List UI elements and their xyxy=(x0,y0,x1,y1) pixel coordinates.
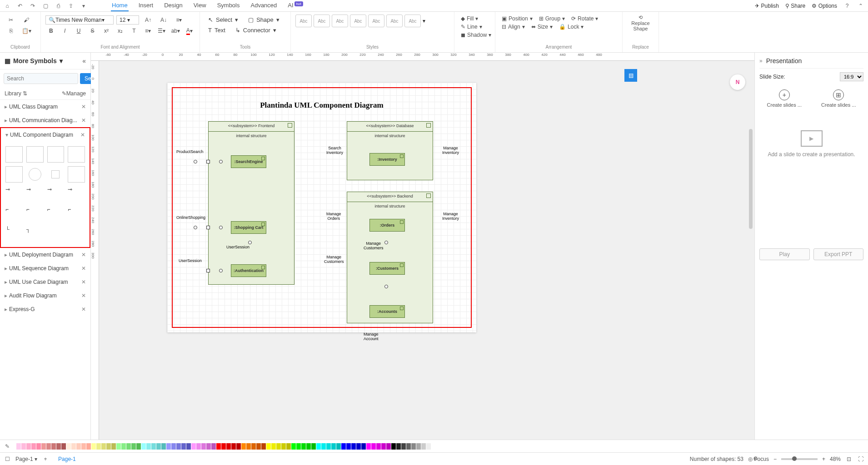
add-page-icon[interactable]: + xyxy=(42,455,49,463)
shape-thumb[interactable]: ⌐ xyxy=(26,206,44,223)
color-swatch[interactable] xyxy=(46,443,51,450)
component-cart[interactable]: :Shopping Cart xyxy=(231,221,266,234)
style-preset[interactable]: Abc xyxy=(295,15,312,27)
superscript-icon[interactable]: x² xyxy=(101,25,112,36)
color-swatch[interactable] xyxy=(131,443,136,450)
color-swatch[interactable] xyxy=(211,443,216,450)
export-ppt-button[interactable]: Export PPT xyxy=(813,248,864,260)
color-swatch[interactable] xyxy=(91,443,96,450)
zoom-level[interactable]: 48% xyxy=(830,456,841,462)
color-swatch[interactable] xyxy=(396,443,401,450)
undo-icon[interactable]: ↶ xyxy=(16,2,24,10)
subsystem-backend[interactable]: <<subsystem>> Backend internal structure xyxy=(347,192,433,323)
ai-assistant-icon[interactable]: N xyxy=(730,74,745,90)
help-icon[interactable]: ? xyxy=(843,2,851,10)
color-swatch[interactable] xyxy=(251,443,256,450)
bold-icon[interactable]: B xyxy=(45,25,56,36)
color-swatch[interactable] xyxy=(411,443,416,450)
color-swatch[interactable] xyxy=(241,443,246,450)
position-button[interactable]: ▣ Position▾ xyxy=(500,15,534,23)
color-swatch[interactable] xyxy=(186,443,191,450)
canvas-page[interactable]: Plantinda UML Component Diagram <<subsys… xyxy=(167,83,476,332)
more-icon[interactable]: ▾ xyxy=(80,2,87,10)
shape-thumb[interactable] xyxy=(29,168,41,181)
lib-audit-flow[interactable]: ▸Audit Flow Diagram✕ xyxy=(0,289,90,302)
color-swatch[interactable] xyxy=(181,443,186,450)
color-swatch[interactable] xyxy=(96,443,101,450)
shape-thumb[interactable] xyxy=(68,146,85,163)
component-accounts[interactable]: :Accounts xyxy=(369,305,405,318)
subscript-icon[interactable]: x₂ xyxy=(115,25,125,36)
color-swatch[interactable] xyxy=(221,443,226,450)
color-swatch[interactable] xyxy=(151,443,156,450)
tab-design[interactable]: Design xyxy=(163,0,183,11)
color-swatch[interactable] xyxy=(256,443,261,450)
color-swatch[interactable] xyxy=(21,443,26,450)
shape-thumb[interactable]: ⌐ xyxy=(47,206,65,223)
create-slides-1[interactable]: +Create slides ... xyxy=(759,89,809,108)
color-swatch[interactable] xyxy=(331,443,336,450)
component-orders[interactable]: :Orders xyxy=(369,219,405,232)
color-swatch[interactable] xyxy=(56,443,61,450)
style-preset[interactable]: Abc xyxy=(368,15,384,27)
redo-icon[interactable]: ↷ xyxy=(29,2,36,10)
color-swatch[interactable] xyxy=(306,443,311,450)
color-swatch[interactable] xyxy=(81,443,86,450)
color-swatch[interactable] xyxy=(286,443,291,450)
fill-button[interactable]: ◆ Fill▾ xyxy=(459,15,490,23)
home-icon[interactable]: ⌂ xyxy=(4,2,11,10)
color-swatch[interactable] xyxy=(116,443,121,450)
style-preset[interactable]: Abc xyxy=(332,15,348,27)
create-slides-2[interactable]: ⊞Create slides ... xyxy=(814,89,864,108)
color-swatch[interactable] xyxy=(71,443,76,450)
scrollbar-thumb[interactable] xyxy=(749,129,753,229)
search-input[interactable] xyxy=(4,73,78,84)
color-palette[interactable]: ✎ ⚙ xyxy=(0,440,868,452)
replace-shape-button[interactable]: ⟲Replace Shape xyxy=(627,15,654,31)
subsystem-database[interactable]: <<subsystem>> Database internal structur… xyxy=(347,121,433,180)
color-swatch[interactable] xyxy=(66,443,71,450)
fullscreen-icon[interactable]: ⛶ xyxy=(857,455,864,463)
component-auth[interactable]: :Authentication xyxy=(231,264,266,277)
color-swatch[interactable] xyxy=(191,443,196,450)
manage-button[interactable]: ✎Manage xyxy=(62,90,86,97)
color-swatch[interactable] xyxy=(246,443,251,450)
color-swatch[interactable] xyxy=(231,443,236,450)
tab-insert[interactable]: Insert xyxy=(138,0,155,11)
shape-thumb[interactable] xyxy=(26,146,44,163)
font-color-icon[interactable]: A▾ xyxy=(184,25,195,36)
share-button[interactable]: ⚲ Share xyxy=(785,3,805,9)
color-swatch[interactable] xyxy=(11,443,16,450)
direction-icon[interactable]: ab▾ xyxy=(170,25,181,36)
color-swatch[interactable] xyxy=(31,443,36,450)
color-swatch[interactable] xyxy=(26,443,31,450)
color-swatch[interactable] xyxy=(261,443,266,450)
shape-thumb[interactable] xyxy=(68,166,85,183)
tab-view[interactable]: View xyxy=(193,0,207,11)
shape-thumb[interactable]: ⊸ xyxy=(26,186,44,203)
color-swatch[interactable] xyxy=(366,443,371,450)
print-icon[interactable]: ⎙ xyxy=(55,2,62,10)
font-family-select[interactable]: 🔍 Times New Roman ▾ xyxy=(45,15,114,25)
color-swatch[interactable] xyxy=(171,443,176,450)
export-icon[interactable]: ⇪ xyxy=(67,2,75,10)
play-button[interactable]: Play xyxy=(759,248,810,260)
style-preset[interactable]: Abc xyxy=(314,15,330,27)
shape-thumb[interactable]: ⌐ xyxy=(68,206,85,223)
lock-button[interactable]: 🔒 Lock▾ xyxy=(557,23,585,31)
color-swatch[interactable] xyxy=(176,443,181,450)
color-swatch[interactable] xyxy=(101,443,106,450)
styles-more-icon[interactable]: ▾ xyxy=(423,18,425,24)
color-swatch[interactable] xyxy=(421,443,426,450)
options-button[interactable]: ⚙ Options xyxy=(812,3,837,9)
color-swatch[interactable] xyxy=(371,443,376,450)
slide-size-select[interactable]: 16:9 xyxy=(840,72,863,81)
shape-thumb[interactable]: ┐ xyxy=(26,226,44,242)
underline-icon[interactable]: U xyxy=(73,25,84,36)
save-icon[interactable]: ▢ xyxy=(42,2,49,10)
color-swatch[interactable] xyxy=(301,443,306,450)
component-search-engine[interactable]: :SearchEngine xyxy=(231,155,266,168)
align-icon[interactable]: ≡▾ xyxy=(173,15,185,25)
strike-icon[interactable]: S xyxy=(87,25,98,36)
align-button[interactable]: ⊟ Align▾ xyxy=(500,23,527,31)
